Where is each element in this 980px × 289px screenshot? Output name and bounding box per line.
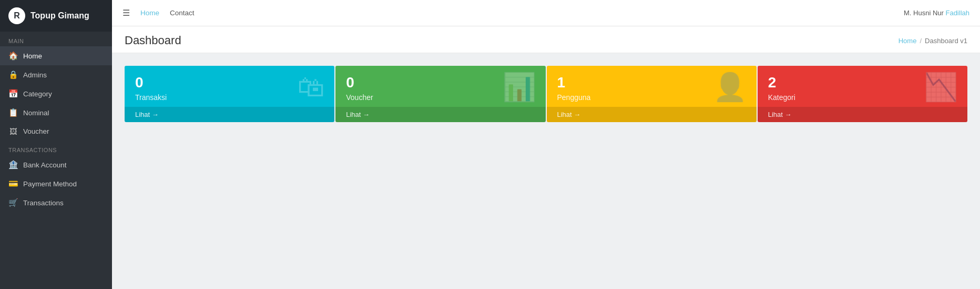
kategori-icon: 📉 bbox=[924, 73, 958, 101]
sidebar-label-admins: Admins bbox=[23, 71, 47, 79]
sidebar-brand: R Topup Gimang bbox=[0, 0, 112, 32]
sidebar-section-transactions: Transactions bbox=[0, 141, 112, 155]
breadcrumb-separator: / bbox=[920, 37, 922, 45]
stat-cards: 0 Transaksi 🛍 Lihat → 0 Voucher 📊 Lihat … bbox=[125, 66, 967, 122]
stat-label-transaksi: Transaksi bbox=[135, 93, 324, 102]
sidebar-label-category: Category bbox=[23, 90, 52, 98]
breadcrumb: Home / Dashboard v1 bbox=[899, 37, 967, 45]
topnav-left: ☰ Home Contact bbox=[122, 8, 195, 18]
credit-card-icon: 💳 bbox=[8, 179, 18, 188]
sidebar-item-home[interactable]: 🏠 Home bbox=[0, 46, 112, 65]
stat-footer-pengguna[interactable]: Lihat → bbox=[547, 107, 757, 122]
topnav-links: Home Contact bbox=[140, 9, 195, 17]
main-content: ☰ Home Contact M. Husni Nur Fadillah Das… bbox=[112, 0, 980, 289]
topnav-user-name: Fadillah bbox=[945, 9, 969, 17]
calendar-icon: 📅 bbox=[8, 89, 18, 98]
topnav: ☰ Home Contact M. Husni Nur Fadillah bbox=[112, 0, 980, 26]
sidebar-item-voucher[interactable]: 🖼 Voucher bbox=[0, 122, 112, 141]
sidebar-item-category[interactable]: 📅 Category bbox=[0, 84, 112, 103]
sidebar: R Topup Gimang Main 🏠 Home 🔒 Admins 📅 Ca… bbox=[0, 0, 112, 289]
stat-number-transaksi: 0 bbox=[135, 75, 324, 90]
sidebar-section-main: Main bbox=[0, 32, 112, 46]
sidebar-label-voucher: Voucher bbox=[23, 127, 49, 135]
page-header: Dashboard Home / Dashboard v1 bbox=[112, 26, 980, 53]
stat-footer-transaksi[interactable]: Lihat → bbox=[125, 107, 334, 122]
topnav-link-contact[interactable]: Contact bbox=[170, 9, 195, 17]
sidebar-item-payment-method[interactable]: 💳 Payment Method bbox=[0, 174, 112, 193]
stat-card-transaksi: 0 Transaksi 🛍 Lihat → bbox=[125, 66, 334, 122]
list-icon: 📋 bbox=[8, 108, 18, 117]
pengguna-icon: 👤 bbox=[713, 73, 747, 101]
lock-icon: 🔒 bbox=[8, 70, 18, 79]
breadcrumb-current: Dashboard v1 bbox=[925, 37, 967, 45]
sidebar-label-payment-method: Payment Method bbox=[23, 180, 77, 188]
sidebar-item-admins[interactable]: 🔒 Admins bbox=[0, 65, 112, 84]
bank-icon: 🏦 bbox=[8, 160, 18, 170]
voucher-icon: 📊 bbox=[502, 73, 536, 101]
stat-footer-kategori[interactable]: Lihat → bbox=[758, 107, 967, 122]
dashboard-body: 0 Transaksi 🛍 Lihat → 0 Voucher 📊 Lihat … bbox=[112, 53, 980, 289]
stat-footer-voucher[interactable]: Lihat → bbox=[335, 107, 545, 122]
breadcrumb-home[interactable]: Home bbox=[899, 37, 917, 45]
topnav-link-home[interactable]: Home bbox=[140, 9, 159, 17]
brand-title: Topup Gimang bbox=[30, 11, 89, 21]
home-icon: 🏠 bbox=[8, 51, 18, 61]
sidebar-item-bank-account[interactable]: 🏦 Bank Account bbox=[0, 155, 112, 174]
stat-card-kategori: 2 Kategori 📉 Lihat → bbox=[758, 66, 967, 122]
stat-card-voucher: 0 Voucher 📊 Lihat → bbox=[335, 66, 545, 122]
stat-card-pengguna: 1 Pengguna 👤 Lihat → bbox=[547, 66, 757, 122]
topnav-user: M. Husni Nur Fadillah bbox=[904, 9, 969, 17]
image-icon: 🖼 bbox=[8, 127, 18, 136]
sidebar-item-transactions[interactable]: 🛒 Transactions bbox=[0, 193, 112, 212]
sidebar-item-nominal[interactable]: 📋 Nominal bbox=[0, 103, 112, 122]
topnav-user-prefix: M. Husni Nur bbox=[904, 9, 945, 17]
sidebar-label-bank-account: Bank Account bbox=[23, 161, 67, 169]
transaksi-icon: 🛍 bbox=[298, 73, 325, 101]
page-title: Dashboard bbox=[125, 34, 181, 47]
brand-icon: R bbox=[8, 7, 25, 24]
sidebar-label-nominal: Nominal bbox=[23, 109, 49, 117]
cart-icon: 🛒 bbox=[8, 198, 18, 207]
sidebar-label-transactions: Transactions bbox=[23, 199, 64, 207]
sidebar-label-home: Home bbox=[23, 52, 42, 60]
hamburger-button[interactable]: ☰ bbox=[122, 8, 130, 18]
